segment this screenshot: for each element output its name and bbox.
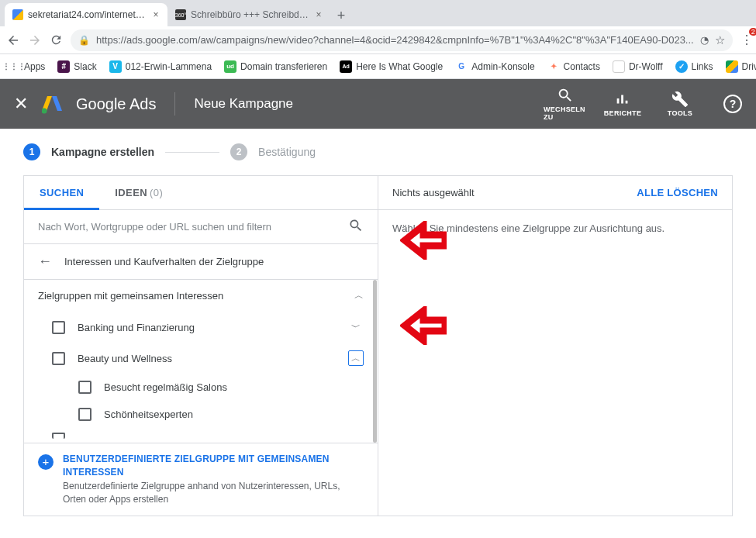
- selected-audiences-column: Nichts ausgewählt ALLE LÖSCHEN Wählen Si…: [378, 176, 732, 516]
- tab-title: Schreibbüro +++ Schreibdienst: [191, 9, 310, 20]
- chevron-up-icon[interactable]: ︿: [354, 289, 364, 302]
- tab-search[interactable]: SUCHEN: [24, 176, 99, 209]
- favicon: [12, 9, 23, 20]
- nothing-selected-label: Nichts ausgewählt: [392, 187, 637, 198]
- new-tab-button[interactable]: +: [330, 5, 352, 26]
- custom-title: BENUTZERDEFINIERTE ZIELGRUPPE MIT GEMEIN…: [63, 453, 364, 479]
- option-banking[interactable]: Banking und Finanzierung ﹀: [24, 312, 378, 343]
- help-button[interactable]: ?: [723, 95, 742, 113]
- back-arrow-icon[interactable]: ←: [38, 253, 52, 270]
- browser-menu-button[interactable]: ⋮: [740, 33, 753, 47]
- wrench-icon: [671, 91, 689, 108]
- close-tab-icon[interactable]: ×: [315, 9, 323, 20]
- left-tabs: SUCHEN IDEEN(0): [24, 176, 378, 210]
- bookmark-item[interactable]: ✓Links: [675, 60, 713, 73]
- forward-button[interactable]: [28, 33, 42, 47]
- reload-button[interactable]: [50, 33, 63, 47]
- tab-title: sekretariat24.com/internetagentu: [28, 9, 147, 20]
- bookmark-item[interactable]: #Slack: [57, 60, 96, 73]
- category-header[interactable]: Zielgruppen mit gemeinsamen Interessen ︿: [24, 280, 378, 312]
- tab-ideas[interactable]: IDEEN(0): [99, 176, 178, 209]
- option-partial[interactable]: [24, 428, 378, 439]
- star-icon[interactable]: ☆: [715, 33, 725, 47]
- custom-audience-button[interactable]: + BENUTZERDEFINIERTE ZIELGRUPPE MIT GEME…: [24, 443, 378, 516]
- close-tab-icon[interactable]: ×: [152, 9, 160, 20]
- omnibox-icon[interactable]: ◔: [700, 34, 709, 46]
- ads-header: ✕ Google Ads Neue Kampagne WECHSELN ZU B…: [0, 79, 756, 129]
- reports-button[interactable]: BERICHTE: [601, 91, 644, 117]
- favicon: 360°: [175, 9, 186, 20]
- search-row: [24, 210, 378, 244]
- right-header: Nichts ausgewählt ALLE LÖSCHEN: [378, 176, 732, 210]
- checkbox[interactable]: [52, 321, 65, 334]
- annotation-arrow-icon: [400, 306, 447, 345]
- bookmark-item[interactable]: Dr-Wolff: [613, 60, 663, 73]
- search-input[interactable]: [38, 221, 348, 233]
- address-bar: 🔒 https://ads.google.com/aw/campaigns/ne…: [0, 26, 756, 54]
- url-field[interactable]: 🔒 https://ads.google.com/aw/campaigns/ne…: [71, 29, 733, 51]
- search-icon[interactable]: [348, 218, 364, 236]
- checkbox[interactable]: [78, 408, 91, 421]
- lock-icon: 🔒: [78, 35, 90, 46]
- plus-icon: +: [38, 454, 54, 470]
- chevron-up-icon[interactable]: ︿: [348, 350, 364, 366]
- clear-all-button[interactable]: ALLE LÖSCHEN: [637, 187, 718, 198]
- step-2-label: Bestätigung: [258, 146, 316, 158]
- suboption-experts[interactable]: Schönheitsexperten: [24, 401, 378, 428]
- bookmark-item[interactable]: AdHere Is What Google: [340, 60, 443, 73]
- browser-tab-active[interactable]: sekretariat24.com/internetagentu ×: [5, 3, 167, 26]
- tools-button[interactable]: TOOLS: [658, 91, 702, 117]
- apps-button[interactable]: ⋮⋮⋮Apps: [8, 60, 45, 73]
- stepper: 1 Kampagne erstellen 2 Bestätigung: [0, 129, 756, 175]
- custom-desc: Benutzerdefinierte Zielgruppe anhand von…: [63, 480, 364, 506]
- back-button[interactable]: [6, 33, 20, 47]
- browser-tab[interactable]: 360° Schreibbüro +++ Schreibdienst ×: [167, 3, 330, 26]
- search-icon: [557, 87, 574, 104]
- product-title: Google Ads: [76, 95, 156, 113]
- option-beauty[interactable]: Beauty und Wellness ︿: [24, 343, 378, 374]
- bookmark-bar: ⋮⋮⋮Apps #Slack V012-Erwin-Lammena udDoma…: [0, 54, 756, 79]
- bookmark-item[interactable]: udDomain transferieren: [224, 60, 327, 73]
- checkbox[interactable]: [78, 381, 91, 394]
- checkbox[interactable]: [52, 352, 65, 365]
- url-text: https://ads.google.com/aw/campaigns/new/…: [96, 34, 694, 46]
- audience-browse-column: SUCHEN IDEEN(0) ← Interessen und Kaufver…: [24, 176, 378, 516]
- switch-to-button[interactable]: WECHSELN ZU: [544, 87, 587, 121]
- bookmark-item[interactable]: Drive: [726, 60, 756, 73]
- bookmark-item[interactable]: GAdmin-Konsole: [455, 60, 534, 73]
- google-ads-logo-icon: [42, 94, 62, 114]
- breadcrumb-row[interactable]: ← Interessen und Kaufverhalten der Zielg…: [24, 244, 378, 280]
- step-2-circle: 2: [230, 143, 247, 160]
- annotation-arrow-icon: [400, 221, 447, 260]
- chevron-down-icon[interactable]: ﹀: [348, 319, 364, 335]
- page-title: Neue Kampagne: [194, 96, 293, 112]
- category-scroll-area[interactable]: Zielgruppen mit gemeinsamen Interessen ︿…: [24, 280, 378, 443]
- close-icon[interactable]: ✕: [14, 94, 28, 114]
- breadcrumb-label: Interessen und Kaufverhalten der Zielgru…: [64, 256, 264, 267]
- bookmark-item[interactable]: ✦Contacts: [547, 60, 600, 73]
- audience-panel: SUCHEN IDEEN(0) ← Interessen und Kaufver…: [23, 175, 733, 516]
- suboption-salons[interactable]: Besucht regelmäßig Salons: [24, 374, 378, 401]
- bookmark-item[interactable]: V012-Erwin-Lammena: [109, 60, 212, 73]
- scrollbar-thumb[interactable]: [373, 280, 377, 443]
- step-1-circle[interactable]: 1: [23, 143, 40, 160]
- checkbox[interactable]: [52, 433, 65, 439]
- chart-icon: [614, 91, 631, 108]
- step-1-label[interactable]: Kampagne erstellen: [51, 146, 154, 158]
- step-connector: [165, 152, 219, 153]
- divider: [174, 92, 175, 116]
- browser-tab-strip: sekretariat24.com/internetagentu × 360° …: [0, 0, 756, 26]
